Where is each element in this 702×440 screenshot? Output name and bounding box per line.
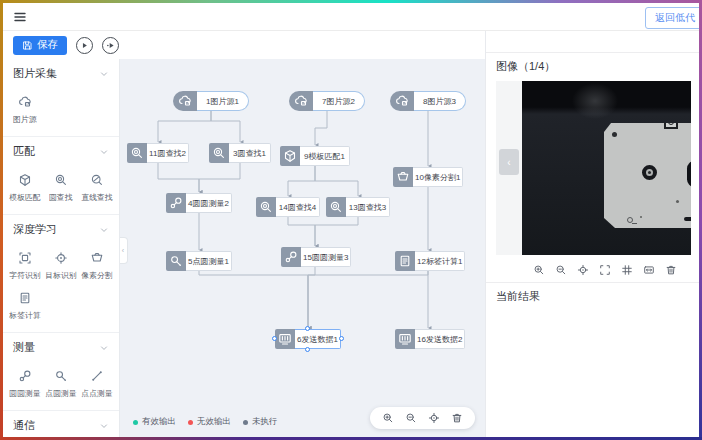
- legend-label: 无效输出: [197, 416, 231, 428]
- etched-mark: [627, 217, 633, 223]
- tool-item[interactable]: 直线查找: [79, 166, 115, 206]
- flow-node-label: 3圆查找1: [229, 143, 271, 163]
- flow-node-label: 15圆圆测量3: [301, 247, 351, 267]
- locate-icon[interactable]: [577, 264, 589, 276]
- circle-find-icon: [54, 170, 68, 189]
- flow-edge: [199, 271, 308, 328]
- flow-node[interactable]: 3圆查找1: [209, 143, 271, 163]
- chevron-left-icon: ‹: [507, 157, 510, 168]
- sidebar-section-title: 深度学习: [13, 222, 57, 237]
- sidebar-section-title: 通信: [13, 418, 35, 433]
- tool-item[interactable]: 圆查找: [43, 166, 79, 206]
- chevron-down-icon: [99, 147, 109, 157]
- small-dot: [676, 200, 679, 203]
- trash-icon[interactable]: [665, 264, 677, 276]
- flow-node-label: 14圆查找4: [276, 197, 320, 217]
- tool-label: 圆圆测量: [9, 388, 40, 399]
- zoom-out-icon[interactable]: [405, 412, 417, 424]
- prev-image-button[interactable]: ‹: [499, 149, 519, 175]
- inspected-part: [604, 123, 691, 228]
- chevron-down-icon: [99, 69, 109, 79]
- tool-item[interactable]: 图片源: [7, 88, 43, 128]
- tool-label: 目标识别: [45, 270, 76, 281]
- center-hole: [642, 165, 657, 180]
- fullscreen-icon[interactable]: [599, 264, 611, 276]
- image-viewer: ‹: [496, 81, 691, 255]
- step-play-icon: [105, 40, 116, 51]
- cube-icon: [18, 170, 32, 189]
- tool-item[interactable]: 点圆测量: [43, 362, 79, 402]
- flow-node-label: 5点圆测量1: [186, 251, 232, 271]
- run-button[interactable]: [76, 37, 93, 54]
- sidebar-section-header[interactable]: 图片采集: [3, 59, 119, 86]
- tool-sidebar: 图片采集图片源匹配模板匹配圆查找直线查找深度学习字符识别目标识别像素分割标签计算…: [3, 59, 120, 437]
- selection-handle[interactable]: [305, 347, 310, 352]
- flow-node[interactable]: 5点圆测量1: [166, 251, 232, 271]
- line-find-icon: [90, 170, 104, 189]
- tool-item[interactable]: 模板匹配: [7, 166, 43, 206]
- flow-node[interactable]: 12标签计算1: [395, 251, 461, 271]
- inspection-image[interactable]: [522, 81, 691, 255]
- sidebar-section-header[interactable]: 通信: [3, 411, 119, 437]
- chevron-down-icon: [99, 225, 109, 235]
- fit-icon[interactable]: [643, 264, 655, 276]
- sidebar-section-header[interactable]: 匹配: [3, 137, 119, 164]
- circle-find-icon: [326, 197, 346, 217]
- circle-find-icon: [256, 197, 276, 217]
- flow-node[interactable]: 10像素分割1: [393, 167, 463, 187]
- measure-pc-icon: [166, 251, 186, 271]
- flow-node[interactable]: 13圆查找3: [326, 197, 390, 217]
- tool-item[interactable]: 字符识别: [7, 244, 43, 284]
- flow-node-label: 6发送数据1: [295, 329, 341, 349]
- app-window: 返回低代 保存 图片采集图片源匹配模板匹配圆查找直线: [3, 3, 699, 437]
- tool-item[interactable]: 点点测量: [79, 362, 115, 402]
- tool-item[interactable]: 标签计算: [7, 284, 43, 324]
- flow-node[interactable]: 6发送数据1: [275, 329, 341, 349]
- tool-item[interactable]: 圆圆测量: [7, 362, 43, 402]
- flow-node[interactable]: 15圆圆测量3: [281, 247, 349, 267]
- trash-icon[interactable]: [451, 412, 463, 424]
- run-once-button[interactable]: [102, 37, 119, 54]
- segment-icon: [393, 167, 413, 187]
- edge-slot: [684, 217, 691, 221]
- sidebar-section-title: 匹配: [13, 144, 35, 159]
- flow-node[interactable]: 1图片源1: [173, 91, 249, 111]
- hamburger-icon[interactable]: [13, 9, 29, 25]
- grid-icon[interactable]: [621, 264, 633, 276]
- canvas-zoom-toolbar: [370, 407, 475, 429]
- selection-handle[interactable]: [339, 336, 344, 341]
- back-to-lowcode-button[interactable]: 返回低代: [645, 7, 699, 29]
- flow-node[interactable]: 16发送数据2: [395, 329, 461, 349]
- flow-node-label: 8图片源3: [414, 91, 466, 111]
- sidebar-section-header[interactable]: 深度学习: [3, 215, 119, 242]
- flow-node[interactable]: 11圆查找2: [127, 143, 189, 163]
- zoom-in-icon[interactable]: [382, 412, 394, 424]
- flow-node[interactable]: 14圆查找4: [256, 197, 320, 217]
- save-button[interactable]: 保存: [13, 36, 67, 55]
- flow-node-label: 9模板匹配1: [300, 146, 350, 166]
- flow-node-label: 7图片源2: [313, 91, 365, 111]
- locate-icon[interactable]: [428, 412, 440, 424]
- send-icon: [275, 329, 295, 349]
- flow-node[interactable]: 4圆圆测量2: [166, 193, 232, 213]
- measure-pc-icon: [54, 366, 68, 385]
- selection-handle[interactable]: [272, 336, 277, 341]
- flow-node[interactable]: 8图片源3: [390, 91, 466, 111]
- tool-item[interactable]: 像素分割: [79, 244, 115, 284]
- sidebar-section-header[interactable]: 测量: [3, 333, 119, 360]
- flow-node[interactable]: 7图片源2: [289, 91, 365, 111]
- selection-handle[interactable]: [305, 326, 310, 331]
- zoom-in-icon[interactable]: [533, 264, 545, 276]
- flow-node[interactable]: 9模板匹配1: [280, 146, 350, 166]
- measure-cc-icon: [18, 366, 32, 385]
- sidebar-collapse-handle[interactable]: ‹: [120, 237, 128, 264]
- image-artifact: [572, 83, 618, 119]
- legend-item: 有效输出: [133, 416, 176, 428]
- flow-canvas[interactable]: ‹ 有效输出无效输出未执行 1图片源17图片源28图片源311圆查找23圆查找1…: [120, 59, 485, 437]
- flow-edge: [315, 217, 358, 246]
- fiducial-mark: [664, 115, 678, 129]
- doc-icon: [395, 251, 415, 271]
- flow-node-label: 11圆查找2: [147, 143, 189, 163]
- tool-item[interactable]: 目标识别: [43, 244, 79, 284]
- zoom-out-icon[interactable]: [555, 264, 567, 276]
